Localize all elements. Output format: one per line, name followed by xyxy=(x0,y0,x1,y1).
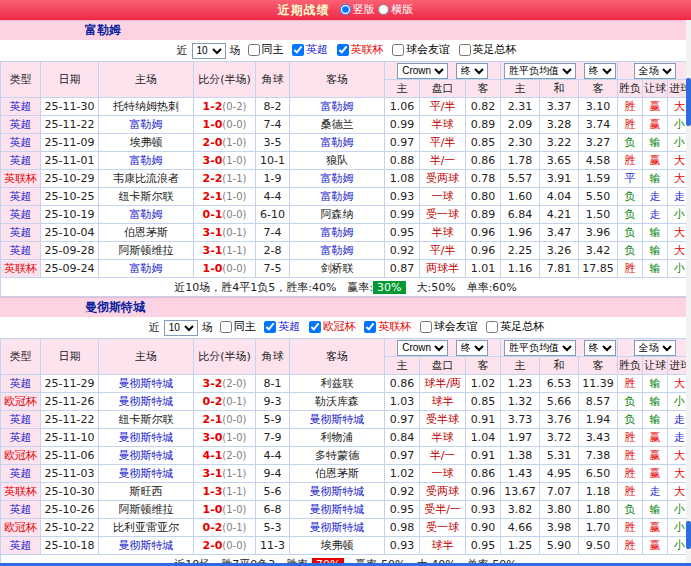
layout-radio[interactable] xyxy=(378,4,389,15)
odds-source-select[interactable]: Crown xyxy=(397,340,448,356)
league-filter[interactable]: 球会友谊 xyxy=(392,42,450,57)
scope-select[interactable]: 全场 xyxy=(634,340,676,356)
avg-home-odds: 1.38 xyxy=(501,447,540,465)
home-team: 斯旺西 xyxy=(99,483,194,501)
avg-away-odds: 5.50 xyxy=(579,188,618,206)
away-team: 勒沃库森 xyxy=(290,393,385,411)
handicap-result-cell: 输 xyxy=(643,242,668,260)
scrollbar-thumb-top[interactable] xyxy=(686,78,691,126)
avg-away-odds: 3.10 xyxy=(579,98,618,116)
corner-count: 3-5 xyxy=(256,134,290,152)
league-filter[interactable]: 同主 xyxy=(220,319,256,334)
games-count-select[interactable]: 10 xyxy=(164,320,198,336)
avg-source-select[interactable]: 胜平负均值 xyxy=(504,63,576,79)
handicap-line: 球半/两 xyxy=(420,375,466,393)
handicap-line: 半/一 xyxy=(420,152,466,170)
result-cell: 胜 xyxy=(618,537,643,555)
handicap-result-cell: 赢 xyxy=(643,98,668,116)
col-avg-home: 主 xyxy=(501,357,540,375)
league-filter-checkbox[interactable] xyxy=(337,44,349,56)
league-filter-checkbox[interactable] xyxy=(220,321,232,333)
col-away: 客场 xyxy=(290,339,385,375)
league-type: 英超 xyxy=(1,501,41,519)
league-filter[interactable]: 英足总杯 xyxy=(486,319,544,334)
avg-source-select[interactable]: 胜平负均值 xyxy=(504,340,576,356)
league-filter-label: 英超 xyxy=(306,42,328,57)
title-bar: 近期战绩 竖版 横版 xyxy=(0,0,691,20)
match-row: 欧冠杯 25-11-26 曼彻斯特城 0-2(0-1) 9-3 勒沃库森 1.0… xyxy=(1,393,691,411)
league-filter-checkbox[interactable] xyxy=(486,321,498,333)
league-type: 英超 xyxy=(1,411,41,429)
score-cell: 1-2(0-2) xyxy=(194,98,256,116)
league-filter[interactable]: 英联杯 xyxy=(337,42,384,57)
league-filter[interactable]: 同主 xyxy=(248,42,284,57)
avg-home-odds: 4.66 xyxy=(501,519,540,537)
layout-radio-option[interactable]: 横版 xyxy=(378,2,413,17)
odds-time-select[interactable]: 终 xyxy=(456,340,488,356)
vertical-scrollbar[interactable] xyxy=(686,20,691,563)
handicap-result-cell: 走 xyxy=(643,188,668,206)
avg-home-odds: 3.73 xyxy=(501,411,540,429)
league-filter[interactable]: 英足总杯 xyxy=(459,42,517,57)
home-team: 曼彻斯特城 xyxy=(99,537,194,555)
avg-draw-odds: 5.31 xyxy=(540,447,579,465)
avg-away-odds: 1.80 xyxy=(579,501,618,519)
league-filter-checkbox[interactable] xyxy=(392,44,404,56)
odds-source-select[interactable]: Crown xyxy=(397,63,448,79)
result-cell: 胜 xyxy=(618,447,643,465)
crown-home-odds: 0.97 xyxy=(385,134,420,152)
avg-time-select[interactable]: 终 xyxy=(584,340,616,356)
corner-count: 9-4 xyxy=(256,465,290,483)
league-filter-checkbox[interactable] xyxy=(364,321,376,333)
league-filter-checkbox[interactable] xyxy=(420,321,432,333)
league-filter[interactable]: 英超 xyxy=(292,42,328,57)
scope-select[interactable]: 全场 xyxy=(634,63,676,79)
league-filter-checkbox[interactable] xyxy=(292,44,304,56)
league-filter-checkbox[interactable] xyxy=(264,321,276,333)
league-filter[interactable]: 球会友谊 xyxy=(420,319,478,334)
corner-count: 4-4 xyxy=(256,188,290,206)
league-filter-checkbox[interactable] xyxy=(309,321,321,333)
games-count-select[interactable]: 10 xyxy=(192,43,226,59)
handicap-result-cell: 赢 xyxy=(643,429,668,447)
col-result: 胜负 xyxy=(618,357,643,375)
league-filter-checkbox[interactable] xyxy=(459,44,471,56)
odds-time-select[interactable]: 终 xyxy=(456,63,488,79)
match-date: 25-11-22 xyxy=(41,411,99,429)
summary-text-before: 近10场，胜4平1负5，胜率:40% 赢率: xyxy=(174,280,373,295)
league-filter[interactable]: 欧冠杯 xyxy=(309,319,356,334)
league-type: 英超 xyxy=(1,375,41,393)
away-team: 狼队 xyxy=(290,152,385,170)
avg-time-select[interactable]: 终 xyxy=(584,63,616,79)
match-row: 英超 25-11-03 曼彻斯特城 3-1(1-1) 9-4 伯恩茅斯 1.02… xyxy=(1,465,691,483)
crown-home-odds: 0.86 xyxy=(385,375,420,393)
league-filter-checkbox[interactable] xyxy=(248,44,260,56)
full-score: 2-1 xyxy=(202,190,222,203)
corner-count: 2-8 xyxy=(256,242,290,260)
avg-home-odds: 1.32 xyxy=(501,393,540,411)
odds-source-header: Crown 终 xyxy=(385,62,501,80)
layout-radio[interactable] xyxy=(340,4,351,15)
avg-away-odds: 9.50 xyxy=(579,537,618,555)
half-score: (0-0) xyxy=(222,414,246,425)
league-type: 英联杯 xyxy=(1,170,41,188)
match-row: 英联杯 25-10-29 韦康比流浪者 2-2(1-1) 1-9 富勒姆 1.0… xyxy=(1,170,691,188)
away-team: 曼彻斯特城 xyxy=(290,411,385,429)
home-team: 富勒姆 xyxy=(99,116,194,134)
league-filter[interactable]: 英超 xyxy=(264,319,300,334)
col-date: 日期 xyxy=(41,339,99,375)
half-score: (0-1) xyxy=(222,396,246,407)
crown-home-odds: 0.99 xyxy=(385,116,420,134)
match-row: 英超 25-11-09 埃弗顿 2-0(1-0) 3-5 富勒姆 0.97 平/… xyxy=(1,134,691,152)
avg-home-odds: 5.57 xyxy=(501,170,540,188)
league-filter[interactable]: 英联杯 xyxy=(364,319,411,334)
scrollbar-thumb-bottom[interactable] xyxy=(686,521,691,549)
layout-radio-option[interactable]: 竖版 xyxy=(340,2,375,17)
full-score: 4-1 xyxy=(202,449,222,462)
corner-count: 8-2 xyxy=(256,98,290,116)
page-title: 近期战绩 xyxy=(278,2,330,19)
score-cell: 2-2(1-1) xyxy=(194,170,256,188)
avg-away-odds: 11.39 xyxy=(579,375,618,393)
handicap-result-cell: 赢 xyxy=(643,465,668,483)
crown-home-odds: 0.98 xyxy=(385,519,420,537)
